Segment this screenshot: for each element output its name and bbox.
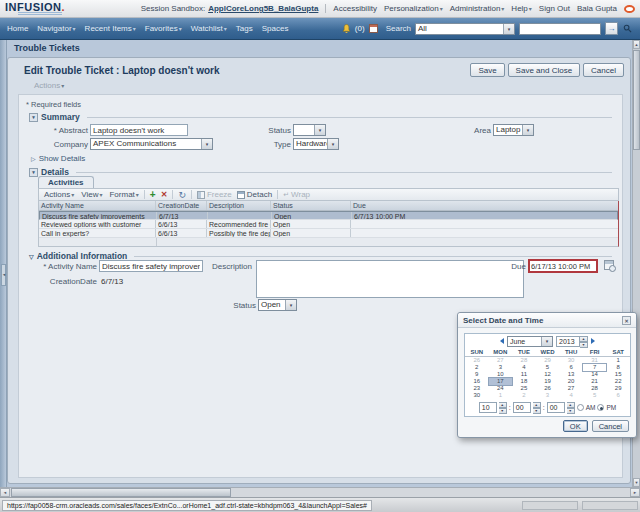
chevron-down-icon[interactable]: ▾ [314, 125, 325, 135]
calendar-day[interactable]: 2 [512, 392, 536, 399]
calendar-day[interactable]: 30 [559, 357, 583, 364]
show-details-toggle[interactable]: ▷ Show Details [31, 154, 85, 163]
calendar-day[interactable]: 29 [606, 385, 630, 392]
toolbar-menu-view[interactable]: View▾ [81, 190, 102, 199]
close-icon[interactable]: ✕ [622, 316, 631, 325]
notifications-bell-icon[interactable] [342, 24, 351, 34]
nav-item-recent-items[interactable]: Recent Items▾ [85, 24, 136, 33]
nav-item-tags[interactable]: Tags [236, 24, 253, 33]
session-sandbox-link[interactable]: ApplCoreLong5B_BalaGupta [208, 4, 318, 13]
area-select[interactable]: Laptop ▾ [493, 124, 534, 136]
calendar-day[interactable]: 31 [583, 357, 607, 364]
hour-value[interactable]: 10 [479, 402, 497, 413]
table-row[interactable]: Discuss fire safety improvements6/7/13Op… [39, 211, 618, 220]
top-link-accessibility[interactable]: Accessibility [333, 4, 377, 13]
nav-item-home[interactable]: Home [7, 24, 28, 33]
calendar-day[interactable]: 9 [465, 371, 489, 378]
toolbar-menu-format[interactable]: Format▾ [109, 190, 138, 199]
column-header-activity-name[interactable]: Activity Name [39, 201, 156, 210]
collapse-summary-icon[interactable]: ▾ [29, 113, 38, 122]
company-select[interactable]: APEX Communications ▾ [90, 138, 213, 150]
next-month-icon[interactable] [591, 338, 595, 344]
calendar-day[interactable]: 11 [512, 371, 536, 378]
calendar-day[interactable]: 27 [489, 357, 513, 364]
calendar-day[interactable]: 27 [559, 385, 583, 392]
save-and-close-button[interactable]: Save and Close [508, 63, 580, 77]
calendar-day[interactable]: 22 [606, 378, 630, 385]
calendar-day[interactable]: 12 [536, 371, 560, 378]
calendar-day[interactable]: 5 [536, 364, 560, 371]
year-down-icon[interactable]: ▼ [580, 342, 588, 348]
minute-down-icon[interactable]: ▼ [533, 408, 541, 414]
activity-name-input[interactable] [99, 260, 203, 272]
year-value[interactable]: 2013 [556, 336, 580, 347]
actions-menu-disabled[interactable]: Actions▾ [34, 81, 630, 90]
hour-down-icon[interactable]: ▼ [499, 408, 507, 414]
collapse-details-icon[interactable]: ▾ [29, 168, 38, 177]
previous-month-icon[interactable] [500, 338, 504, 344]
calendar-day[interactable]: 29 [536, 357, 560, 364]
radio-am[interactable] [577, 404, 584, 411]
splitter-collapse-handle[interactable]: ◄ [1, 264, 6, 286]
freeze-button[interactable]: Freeze [197, 190, 232, 199]
calendar-day[interactable]: 1 [489, 392, 513, 399]
wrap-button[interactable]: ↵ Wrap [283, 190, 310, 199]
collapse-additional-icon[interactable]: ▽ [29, 253, 34, 260]
calendar-day[interactable]: 5 [583, 392, 607, 399]
cancel-button[interactable]: Cancel [583, 63, 624, 77]
calendar-day[interactable]: 16 [465, 378, 489, 385]
top-link-help[interactable]: Help▾ [511, 4, 531, 13]
search-scope-select[interactable]: All ▾ [415, 23, 515, 35]
panel-splitter[interactable]: ◄ [0, 40, 7, 487]
activity-status-select[interactable]: Open ▾ [258, 299, 297, 311]
ok-button[interactable]: OK [563, 420, 588, 432]
detach-button[interactable]: Detach [237, 190, 272, 199]
calendar-day[interactable]: 28 [512, 357, 536, 364]
chevron-down-icon[interactable]: ▾ [541, 337, 552, 346]
calendar-day[interactable]: 17 [489, 378, 513, 385]
calendar-day[interactable]: 15 [606, 371, 630, 378]
calendar-day[interactable]: 7 [583, 364, 607, 371]
date-picker-icon[interactable] [604, 260, 614, 270]
calendar-day[interactable]: 4 [559, 392, 583, 399]
toolbar-menu-actions[interactable]: Actions▾ [44, 190, 74, 199]
column-header-description[interactable]: Description [207, 201, 271, 210]
second-down-icon[interactable]: ▼ [567, 408, 575, 414]
abstract-input[interactable] [90, 124, 188, 136]
table-row[interactable]: Call in experts?6/6/13Possibly the fire … [39, 229, 618, 238]
horizontal-scroll-thumb[interactable] [11, 488, 231, 497]
second-value[interactable]: 00 [547, 402, 565, 413]
horizontal-scrollbar[interactable]: ◄ ► [0, 487, 640, 497]
table-row[interactable]: Reviewed options with customer6/6/13Reco… [39, 220, 618, 229]
calendar-day[interactable]: 20 [559, 378, 583, 385]
top-link-administration[interactable]: Administration▾ [450, 4, 505, 13]
calendar-day[interactable]: 2 [465, 364, 489, 371]
add-row-icon[interactable]: + [150, 190, 156, 200]
scroll-down-icon[interactable]: ▼ [633, 478, 640, 487]
search-go-button[interactable]: → [605, 22, 618, 35]
column-header-status[interactable]: Status [271, 201, 351, 210]
scroll-up-icon[interactable]: ▲ [633, 40, 640, 49]
refresh-icon[interactable]: ↻ [178, 190, 186, 200]
top-link-personalization[interactable]: Personalization▾ [384, 4, 443, 13]
column-header-due[interactable]: Due [351, 201, 618, 210]
status-select[interactable]: ▾ [293, 124, 326, 136]
delete-row-icon[interactable]: ✕ [161, 190, 168, 199]
type-select[interactable]: Hardware ▾ [293, 138, 339, 150]
calendar-day[interactable]: 21 [583, 378, 607, 385]
save-button[interactable]: Save [470, 63, 504, 77]
calendar-day[interactable]: 14 [583, 371, 607, 378]
calendar-day[interactable]: 3 [536, 392, 560, 399]
chevron-down-icon[interactable]: ▾ [522, 125, 533, 135]
calendar-day[interactable]: 1 [606, 357, 630, 364]
calendar-day[interactable]: 26 [465, 357, 489, 364]
calendar-day[interactable]: 4 [512, 364, 536, 371]
nav-item-spaces[interactable]: Spaces [262, 24, 289, 33]
calendar-day[interactable]: 19 [536, 378, 560, 385]
vertical-scroll-thumb[interactable] [633, 50, 640, 150]
calendar-day[interactable]: 30 [465, 392, 489, 399]
minute-value[interactable]: 00 [513, 402, 531, 413]
cancel-dialog-button[interactable]: Cancel [592, 420, 629, 432]
calendar-day[interactable]: 3 [489, 364, 513, 371]
month-select[interactable]: June ▾ [507, 336, 553, 347]
